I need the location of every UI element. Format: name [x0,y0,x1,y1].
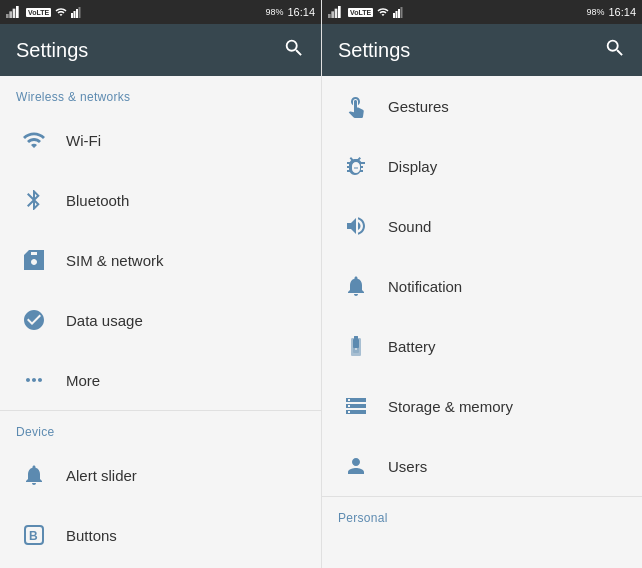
right-wifi-status-icon [377,6,389,18]
svg-rect-19 [354,336,358,339]
left-time: 16:14 [287,6,315,18]
bluetooth-label: Bluetooth [66,192,129,209]
gestures-label: Gestures [388,98,449,115]
users-item[interactable]: Users [322,436,642,496]
alert-slider-label: Alert slider [66,467,137,484]
right-settings-list: Gestures Display Sound [322,76,642,568]
svg-rect-1 [9,11,12,18]
svg-rect-7 [79,7,81,18]
buttons-icon: B [16,517,52,553]
buttons-label: Buttons [66,527,117,544]
left-status-right: 98% 16:14 [265,6,315,18]
sound-icon [338,208,374,244]
svg-rect-14 [393,13,395,18]
sound-label: Sound [388,218,431,235]
battery-label: Battery [388,338,436,355]
right-settings-title: Settings [338,39,410,62]
svg-rect-10 [328,14,331,18]
left-status-icons: VoLTE [6,6,83,18]
device-label: Device [0,411,321,445]
wifi-icon [16,122,52,158]
right-panel: VoLTE 98% 16:14 Settings [321,0,642,568]
more-label: More [66,372,100,389]
notification-label: Notification [388,278,462,295]
right-status-right: 98% 16:14 [586,6,636,18]
more-icon [16,362,52,398]
svg-rect-13 [338,6,341,18]
left-app-bar: Settings [0,24,321,76]
right-app-bar: Settings [322,24,642,76]
wifi-label: Wi-Fi [66,132,101,149]
display-label: Display [388,158,437,175]
svg-rect-17 [401,7,403,18]
svg-rect-3 [16,6,19,18]
wireless-networks-label: Wireless & networks [0,76,321,110]
gestures-item[interactable]: Gestures [322,76,642,136]
users-label: Users [388,458,427,475]
svg-rect-5 [74,11,76,18]
battery-item[interactable]: Battery [322,316,642,376]
volte-badge-left: VoLTE [26,8,51,17]
battery-icon [338,328,374,364]
left-panel: VoLTE 98% 16:14 Settings [0,0,321,568]
svg-rect-0 [6,14,9,18]
right-battery: 98% [586,7,604,17]
right-search-button[interactable] [604,37,626,64]
svg-rect-12 [335,9,338,18]
svg-rect-15 [396,11,398,18]
right-signal-icon [393,6,405,18]
left-settings-list: Wireless & networks Wi-Fi Bluetooth [0,76,321,568]
svg-text:B: B [29,529,38,543]
right-signal-bars-icon [328,6,344,18]
display-item[interactable]: Display [322,136,642,196]
left-search-button[interactable] [283,37,305,64]
bluetooth-icon [16,182,52,218]
data-usage-item[interactable]: Data usage [0,290,321,350]
display-icon [338,148,374,184]
svg-rect-6 [76,9,78,18]
sim-label: SIM & network [66,252,164,269]
sound-item[interactable]: Sound [322,196,642,256]
wifi-status-icon [55,6,67,18]
right-status-bar: VoLTE 98% 16:14 [322,0,642,24]
sim-icon [16,242,52,278]
wifi-item[interactable]: Wi-Fi [0,110,321,170]
right-time: 16:14 [608,6,636,18]
storage-label: Storage & memory [388,398,513,415]
storage-item[interactable]: Storage & memory [322,376,642,436]
more-item[interactable]: More [0,350,321,410]
users-icon [338,448,374,484]
sim-item[interactable]: SIM & network [0,230,321,290]
svg-rect-4 [71,13,73,18]
svg-rect-16 [398,9,400,18]
signal-icon-left [71,6,83,18]
gestures-icon [338,88,374,124]
svg-rect-20 [353,339,359,348]
buttons-item[interactable]: B Buttons [0,505,321,565]
alert-slider-item[interactable]: Alert slider [0,445,321,505]
left-status-bar: VoLTE 98% 16:14 [0,0,321,24]
left-settings-title: Settings [16,39,88,62]
right-status-icons: VoLTE [328,6,405,18]
svg-rect-11 [331,11,334,18]
data-usage-icon [16,302,52,338]
data-usage-label: Data usage [66,312,143,329]
volte-badge-right: VoLTE [348,8,373,17]
personal-label: Personal [322,497,642,531]
svg-rect-2 [13,9,16,18]
signal-bars-icon [6,6,22,18]
notification-item[interactable]: Notification [322,256,642,316]
left-battery: 98% [265,7,283,17]
notification-icon [338,268,374,304]
alert-slider-icon [16,457,52,493]
storage-icon [338,388,374,424]
bluetooth-item[interactable]: Bluetooth [0,170,321,230]
